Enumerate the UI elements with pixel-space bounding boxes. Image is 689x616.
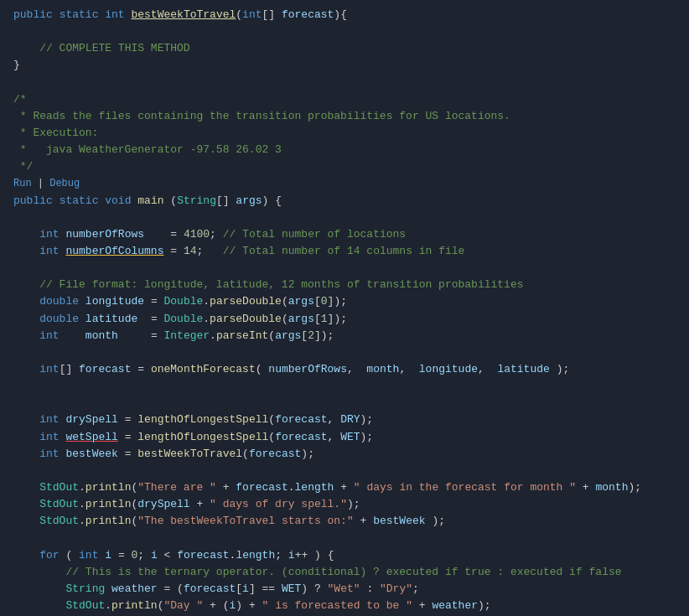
debug-link[interactable]: Debug xyxy=(49,178,80,189)
code-line-9: * java WeatherGenerator -97.58 26.02 3 xyxy=(0,142,689,158)
code-line-27: int bestWeek = bestWeekToTravel(forecast… xyxy=(0,446,689,463)
code-line-2 xyxy=(0,23,689,40)
code-line-25: int drySpell = lengthOfLongestSpell(fore… xyxy=(0,412,689,428)
code-editor: public static int bestWeekToTravel(int[]… xyxy=(0,0,689,616)
code-line-4: } xyxy=(0,57,689,74)
code-line-12: public static void main (String[] args) … xyxy=(0,193,689,210)
code-line-20: int month = Integer.parseInt(args[2]); xyxy=(0,328,689,344)
code-line-34: // This is the ternary operator. (condit… xyxy=(0,564,689,581)
code-line-6: /* xyxy=(0,91,689,108)
code-line-3: // COMPLETE THIS METHOD xyxy=(0,40,689,57)
code-line-31: StdOut.println("The bestWeekToTravel sta… xyxy=(0,513,689,530)
code-line-18: double longitude = Double.parseDouble(ar… xyxy=(0,293,689,310)
run-debug-line[interactable]: Run | Debug xyxy=(0,175,689,192)
code-line-26: int wetSpell = lengthOfLongestSpell(fore… xyxy=(0,429,689,446)
code-line-10: */ xyxy=(0,158,689,175)
code-line-22: int[] forecast = oneMonthForecast( numbe… xyxy=(0,361,689,378)
run-link[interactable]: Run xyxy=(13,178,32,189)
code-line-28 xyxy=(0,463,689,479)
code-line-33: for ( int i = 0; i < forecast.length; i+… xyxy=(0,547,689,564)
code-line-21 xyxy=(0,344,689,361)
code-line-14: int numberOfRows = 4100; // Total number… xyxy=(0,226,689,243)
code-line-29: StdOut.println("There are " + forecast.l… xyxy=(0,479,689,496)
code-line-35: String weather = (forecast[i] == WET) ? … xyxy=(0,581,689,598)
code-line-5 xyxy=(0,75,689,91)
code-line-30: StdOut.println(drySpell + " days of dry … xyxy=(0,496,689,513)
code-line-32 xyxy=(0,530,689,546)
code-line-19: double latitude = Double.parseDouble(arg… xyxy=(0,311,689,328)
code-line-7: * Reads the files containing the transit… xyxy=(0,108,689,125)
code-line-8: * Execution: xyxy=(0,125,689,142)
code-line-24 xyxy=(0,395,689,412)
code-line-36: StdOut.println("Day " + (i) + " is forec… xyxy=(0,598,689,614)
code-line-23 xyxy=(0,378,689,395)
code-line-16 xyxy=(0,260,689,277)
code-line-1: public static int bestWeekToTravel(int[]… xyxy=(0,7,689,23)
code-line-17: // File format: longitude, latitude, 12 … xyxy=(0,277,689,293)
code-line-15: int numberOfColumns = 14; // Total numbe… xyxy=(0,243,689,260)
code-line-13 xyxy=(0,210,689,226)
